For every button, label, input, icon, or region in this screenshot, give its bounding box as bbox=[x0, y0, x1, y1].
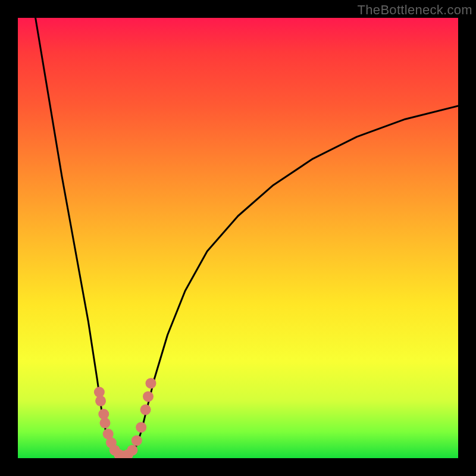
marker-dot bbox=[95, 396, 106, 406]
watermark-text: TheBottleneck.com bbox=[358, 2, 472, 18]
marker-dot bbox=[140, 405, 151, 415]
marker-dot bbox=[131, 435, 142, 446]
marker-dot bbox=[146, 378, 156, 389]
outer-frame: TheBottleneck.com bbox=[0, 0, 476, 476]
marker-dot bbox=[100, 418, 111, 428]
marker-dot bbox=[127, 445, 137, 456]
plot-area bbox=[18, 18, 458, 458]
marker-dot bbox=[136, 422, 146, 433]
marker-cluster bbox=[94, 378, 156, 458]
marker-dot bbox=[143, 391, 154, 402]
curve-layer bbox=[18, 18, 458, 458]
